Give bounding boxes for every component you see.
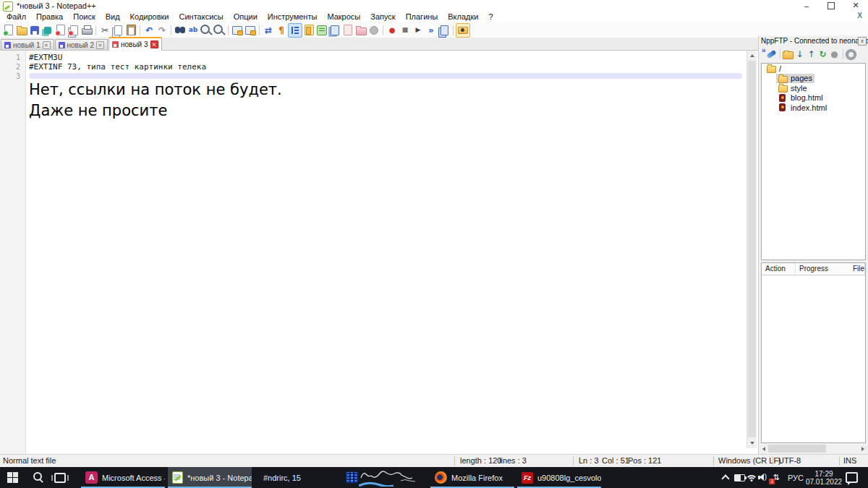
menu-item[interactable]: Правка: [31, 12, 68, 22]
tree-item[interactable]: blog.html: [762, 93, 865, 103]
editor-vertical-scrollbar[interactable]: [746, 51, 757, 448]
taskbar-button-image-preview[interactable]: [341, 467, 425, 488]
tree-item[interactable]: index.html: [762, 103, 865, 113]
taskbar-button-notepadpp[interactable]: *новый 3 - Notepa...: [168, 467, 252, 488]
tab-close-icon[interactable]: ✕: [43, 41, 51, 49]
toolbar-separator[interactable]: [843, 49, 843, 59]
task-view-button[interactable]: [48, 467, 72, 488]
menu-item[interactable]: Вид: [101, 12, 125, 22]
zoom-out-icon[interactable]: [213, 24, 226, 37]
open-file-icon[interactable]: [15, 24, 28, 37]
document-map-icon[interactable]: [302, 24, 315, 37]
scroll-right-arrow[interactable]: [859, 444, 867, 453]
scrollbar-thumb[interactable]: [748, 61, 756, 437]
document-tab[interactable]: новый 2 ✕: [55, 39, 109, 50]
copy-icon[interactable]: [111, 24, 124, 37]
panel-horizontal-scrollbar[interactable]: [760, 444, 867, 453]
toolbar-separator[interactable]: [259, 25, 260, 35]
folder-as-workspace-icon[interactable]: [354, 24, 367, 37]
save-icon[interactable]: [28, 24, 41, 37]
menu-item[interactable]: Кодировки: [125, 12, 174, 22]
toolbar-separator[interactable]: [95, 25, 96, 35]
minimize-button[interactable]: –: [794, 0, 819, 11]
plugin-camera-icon[interactable]: [456, 23, 470, 38]
start-button[interactable]: [0, 467, 25, 488]
ftp-download-icon[interactable]: ↓: [794, 48, 806, 60]
menu-item[interactable]: Запуск: [365, 12, 400, 22]
tray-clock[interactable]: 17:29 07.01.2022: [806, 467, 842, 488]
menu-item[interactable]: Опции: [229, 12, 263, 22]
close-all-icon[interactable]: [67, 24, 80, 37]
replace-icon[interactable]: [187, 24, 200, 37]
menu-close-document-button[interactable]: X: [857, 12, 862, 20]
show-all-characters-icon[interactable]: ¶: [275, 24, 288, 37]
menu-item[interactable]: Плагины: [401, 12, 443, 22]
menu-item[interactable]: Макросы: [322, 12, 365, 22]
menu-item[interactable]: ?: [483, 12, 498, 22]
ftp-abort-icon[interactable]: ●: [829, 48, 841, 60]
macro-save-icon[interactable]: [438, 24, 451, 37]
cut-icon[interactable]: ✂: [98, 24, 111, 37]
sync-horizontal-icon[interactable]: [244, 24, 257, 37]
toolbar-separator[interactable]: [383, 25, 383, 35]
restore-button[interactable]: [819, 0, 843, 11]
taskbar-button-access[interactable]: Microsoft Access - ...: [81, 467, 165, 488]
find-icon[interactable]: [174, 24, 187, 37]
tray-downloader[interactable]: ⇅1: [769, 467, 783, 488]
new-file-icon[interactable]: [2, 24, 15, 37]
document-list-icon[interactable]: [328, 24, 341, 37]
taskbar-button-firefox[interactable]: Mozilla Firefox: [430, 467, 514, 488]
menu-item[interactable]: Файл: [1, 12, 31, 22]
save-all-icon[interactable]: [41, 24, 54, 37]
toolbar-separator[interactable]: [171, 25, 171, 35]
tree-item[interactable]: style: [762, 83, 865, 93]
scroll-left-arrow[interactable]: [760, 444, 768, 453]
ftp-disconnect-icon[interactable]: [766, 48, 778, 60]
scrollbar-thumb[interactable]: [768, 445, 826, 453]
taskbar-button-filezilla[interactable]: u90808lg_cesvolod...: [517, 467, 601, 488]
ftp-folder-icon[interactable]: [783, 48, 794, 60]
doc-switcher-icon[interactable]: [341, 24, 354, 37]
tray-battery[interactable]: [732, 467, 746, 488]
menu-item[interactable]: Поиск: [68, 12, 100, 22]
ftp-upload-icon[interactable]: ↑: [806, 48, 817, 60]
tab-close-icon[interactable]: ✕: [150, 40, 158, 48]
sync-vertical-icon[interactable]: [231, 24, 244, 37]
queue-column-header[interactable]: Progress: [796, 263, 849, 275]
ftp-refresh-icon[interactable]: ↻: [817, 48, 829, 60]
macro-stop-icon[interactable]: ■: [399, 24, 412, 37]
monitoring-icon[interactable]: [367, 24, 380, 37]
document-tab[interactable]: новый 3 ✕: [109, 37, 162, 51]
tray-language-indicator[interactable]: РУС: [785, 467, 807, 488]
function-list-icon[interactable]: [315, 24, 328, 37]
tree-item[interactable]: /: [762, 64, 865, 74]
print-icon[interactable]: [80, 24, 93, 37]
ftp-settings-gear-icon[interactable]: [846, 48, 857, 60]
redo-icon[interactable]: ↷: [156, 24, 169, 37]
queue-column-header[interactable]: Action: [762, 263, 796, 275]
scroll-down-arrow[interactable]: [747, 438, 757, 448]
close-button[interactable]: ✕: [843, 0, 868, 11]
word-wrap-icon[interactable]: ⇄: [262, 24, 275, 37]
undo-icon[interactable]: ↶: [142, 24, 156, 37]
document-tab[interactable]: новый 1 ✕: [1, 39, 54, 50]
close-icon[interactable]: [54, 24, 67, 37]
tray-volume[interactable]: ): [757, 467, 770, 488]
toolbar-separator[interactable]: [228, 25, 229, 35]
panel-close-icon[interactable]: x: [858, 37, 867, 46]
macro-play-icon[interactable]: ▶: [412, 24, 425, 37]
queue-column-header[interactable]: File: [849, 263, 865, 275]
editor-area[interactable]: 123 #EXTM3U#EXTINF 73, типа тест картинк…: [0, 51, 746, 454]
macro-run-multiple-icon[interactable]: »: [425, 24, 438, 37]
menu-item[interactable]: Вкладки: [443, 12, 483, 22]
action-center-button[interactable]: [842, 467, 861, 488]
taskbar-button-ndrirc[interactable]: #ndrirc, 15: [255, 467, 339, 488]
zoom-in-icon[interactable]: [200, 24, 213, 37]
scroll-up-arrow[interactable]: [747, 51, 757, 61]
indent-guide-icon[interactable]: [288, 23, 302, 38]
tree-item[interactable]: pages: [762, 74, 865, 84]
menu-item[interactable]: Синтаксисы: [174, 12, 229, 22]
menu-item[interactable]: Инструменты: [263, 12, 323, 22]
tab-close-icon[interactable]: ✕: [96, 41, 104, 49]
tray-expand-chevron[interactable]: [719, 467, 732, 488]
